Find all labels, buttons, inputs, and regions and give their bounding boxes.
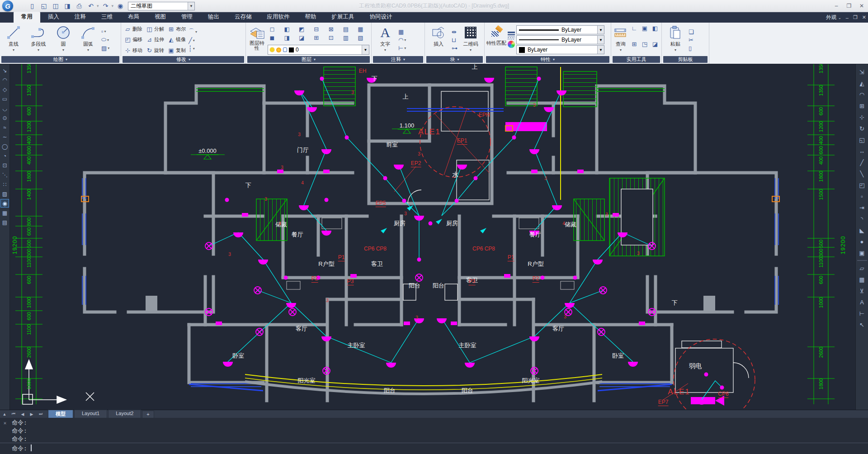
arc-continue-icon[interactable]: ◔ <box>0 151 9 160</box>
arc-tool-icon[interactable]: ◠ <box>0 76 9 84</box>
tab-视图[interactable]: 视图 <box>147 12 174 23</box>
utility-tool-4[interactable]: ◧ <box>651 24 660 32</box>
modify-分解-button[interactable]: ◫分解 <box>145 24 165 34</box>
match-properties-button[interactable]: 特性匹配 <box>486 24 506 56</box>
insert-block-button[interactable]: 插入 <box>427 24 450 56</box>
layer-tool-6[interactable]: ⊟ <box>312 25 321 33</box>
block-panel-label[interactable]: 块▾ <box>426 56 483 63</box>
save-as-icon[interactable]: ◨ <box>62 1 72 10</box>
modify-复制-button[interactable]: ▣复制 <box>166 45 187 56</box>
paste-button[interactable]: 粘贴▾ <box>664 24 687 56</box>
chevron-down-icon[interactable]: ▼ <box>188 2 194 10</box>
tab-协同设计[interactable]: 协同设计 <box>362 12 400 23</box>
close-command-icon[interactable]: ✕ <box>2 420 8 426</box>
chamfer-icon[interactable]: ◣ <box>857 225 867 235</box>
doc-minimize-button[interactable]: – <box>846 15 849 20</box>
move-icon[interactable]: ⊹ <box>857 112 867 122</box>
polygon-tool-icon[interactable]: ◇ <box>0 85 9 94</box>
restore-button[interactable]: ❐ <box>843 1 855 10</box>
layer-properties-button[interactable]: 图层特性 <box>248 24 266 56</box>
point-tool-button[interactable]: ▫▾ <box>101 28 109 35</box>
revcloud-tool-icon[interactable]: ≈ <box>0 123 9 132</box>
tab-扩展工具[interactable]: 扩展工具 <box>324 12 362 23</box>
qrcode-button[interactable]: 二维码▾ <box>459 24 482 56</box>
print-icon[interactable]: ⎙ <box>74 1 84 10</box>
tab-三维[interactable]: 三维 <box>94 12 120 23</box>
fillet-button[interactable]: ⌒▾ <box>189 28 197 36</box>
insert-block-icon[interactable]: ⊡ <box>0 161 9 170</box>
layer-combo[interactable]: 0 ▼ <box>268 45 369 55</box>
layer-tool-11[interactable]: ▥ <box>341 33 350 42</box>
polyline-button[interactable]: 多段线▾ <box>27 24 50 56</box>
block-sync-button[interactable]: ⊶ <box>452 45 458 52</box>
circle-button[interactable]: 圆▾ <box>52 24 75 56</box>
region-tool-icon[interactable]: ◉ <box>0 199 9 208</box>
user-icon[interactable]: ◉ <box>115 1 125 10</box>
rectangle-tool-icon[interactable]: ▭ <box>0 95 9 103</box>
workspace-combo[interactable]: 二维草图 ▼ <box>128 2 195 10</box>
utility-tool-1[interactable]: ⊞ <box>630 40 639 48</box>
tab-常用[interactable]: 常用 <box>14 12 40 23</box>
dimension-button[interactable]: ⊢▾ <box>398 45 406 52</box>
redo-icon[interactable]: ↷ <box>101 1 111 10</box>
hatch-tool-icon[interactable]: ▨ <box>0 189 9 198</box>
linetype-combo[interactable]: ByLayer▼ <box>516 35 604 44</box>
block-attr-button[interactable]: ⇹ <box>452 28 458 35</box>
copy-move-icon[interactable]: ⇲ <box>857 67 867 77</box>
first-tab-icon[interactable]: ⏮ <box>9 411 18 416</box>
leader-icon[interactable]: ↖ <box>857 320 867 330</box>
prev-tab-icon[interactable]: ◀ <box>18 412 27 416</box>
clipboard-panel-label[interactable]: 剪贴板 <box>663 56 708 63</box>
layer-tool-12[interactable]: ▦ <box>356 25 365 33</box>
add-layout-button[interactable]: + <box>142 411 154 418</box>
annotate-panel-label[interactable]: 注释▾ <box>373 56 423 63</box>
scale-icon[interactable]: ◱ <box>857 135 867 145</box>
layer-tool-5[interactable]: ◪ <box>297 33 306 42</box>
layer-tool-3[interactable]: ◨ <box>283 33 292 42</box>
line-button[interactable]: 直线▾ <box>2 24 25 56</box>
block-edit-icon[interactable]: ▣ <box>857 248 867 258</box>
select-arrow-icon[interactable]: ↘ <box>0 66 9 75</box>
modify-拉伸-button[interactable]: ⊿拉伸 <box>145 34 165 45</box>
utility-panel-label[interactable]: 实用工具 <box>613 56 660 63</box>
modify-旋转-button[interactable]: ↻旋转 <box>145 45 165 56</box>
explode-icon[interactable]: ● <box>857 236 867 246</box>
appearance-menu[interactable]: 外观 ⌄ <box>826 14 841 21</box>
spline-tool-icon[interactable]: ∼ <box>0 132 9 141</box>
layout-tab-模型[interactable]: 模型 <box>48 410 73 418</box>
doc-restore-button[interactable]: ❐ <box>853 14 858 20</box>
copy-clip-button[interactable]: ❏ <box>689 28 694 35</box>
layer-panel-label[interactable]: 图层▾ <box>247 56 370 63</box>
trim-button[interactable]: ╱▾ <box>189 37 197 44</box>
new-file-icon[interactable]: ▯ <box>27 1 37 10</box>
layout-tab-Layout1[interactable]: Layout1 <box>74 410 107 418</box>
arc-button[interactable]: 圆弧▾ <box>76 24 100 56</box>
utility-tool-0[interactable]: ∟ <box>630 24 639 32</box>
modify-panel-label[interactable]: 修改▾ <box>123 56 244 63</box>
ellipse-tool-button[interactable]: ⬭▾ <box>101 36 109 43</box>
extend-icon[interactable]: ╲ <box>857 169 867 179</box>
modify-偏移-button[interactable]: ◰偏移 <box>123 34 144 45</box>
ellipse-tool-icon[interactable]: ◯ <box>0 142 9 151</box>
layer-tool-13[interactable]: ▧ <box>356 33 365 42</box>
open-file-icon[interactable]: ◱ <box>39 1 49 10</box>
next-tab-icon[interactable]: ▶ <box>27 412 36 416</box>
close-button[interactable]: ✕ <box>855 1 868 10</box>
minimize-button[interactable]: – <box>830 1 843 10</box>
modify-移动-button[interactable]: ⊹移动 <box>123 45 144 56</box>
last-tab-icon[interactable]: ⏭ <box>36 411 45 416</box>
circle-tool-icon[interactable]: ⊙ <box>0 114 9 122</box>
tab-帮助[interactable]: 帮助 <box>297 12 324 23</box>
point-tool-icon[interactable]: ∷ <box>0 180 9 189</box>
chevron-down-icon[interactable]: ▾ <box>97 4 99 8</box>
array-button[interactable]: ┆▾ <box>189 45 197 52</box>
modify-删除-button[interactable]: ▱删除 <box>123 24 144 34</box>
utility-tool-5[interactable]: ◪ <box>651 40 660 48</box>
trim-icon[interactable]: ╱ <box>857 157 867 167</box>
tab-布局[interactable]: 布局 <box>120 12 147 23</box>
fillet-icon[interactable]: ◝ <box>857 214 867 224</box>
utility-tool-2[interactable]: ▣ <box>640 24 649 32</box>
layer-tool-10[interactable]: ▤ <box>341 25 350 33</box>
dimension-icon[interactable]: ⊢ <box>857 308 867 318</box>
utility-tool-3[interactable]: ◳ <box>640 40 649 48</box>
